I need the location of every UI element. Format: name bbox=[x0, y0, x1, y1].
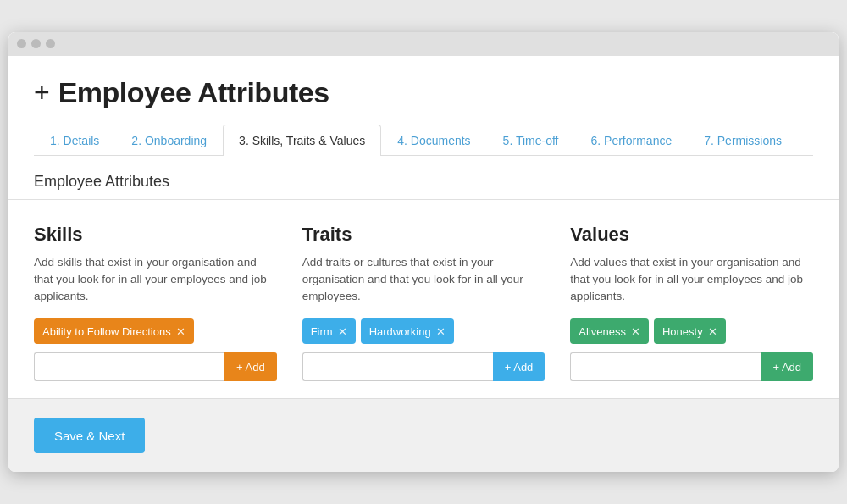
plus-icon: + bbox=[34, 79, 50, 106]
tag-close-icon[interactable]: ✕ bbox=[708, 326, 717, 337]
app-window: + Employee Attributes 1. Details 2. Onbo… bbox=[8, 32, 839, 473]
tab-bar: 1. Details 2. Onboarding 3. Skills, Trai… bbox=[34, 125, 813, 156]
traits-add-button[interactable]: + Add bbox=[493, 352, 545, 381]
skills-title: Skills bbox=[34, 224, 277, 246]
tag-aliveness: Aliveness ✕ bbox=[570, 318, 649, 344]
tag-label: Ability to Follow Directions bbox=[42, 325, 171, 338]
skills-add-button[interactable]: + Add bbox=[224, 352, 277, 381]
traits-add-row: + Add bbox=[302, 352, 545, 381]
page-title: Employee Attributes bbox=[58, 76, 329, 109]
tab-skills-traits-values[interactable]: 3. Skills, Traits & Values bbox=[223, 125, 381, 156]
skills-input[interactable] bbox=[34, 352, 224, 381]
tab-details[interactable]: 1. Details bbox=[34, 125, 115, 156]
tab-permissions[interactable]: 7. Permissions bbox=[688, 125, 798, 156]
tab-documents[interactable]: 4. Documents bbox=[381, 125, 486, 156]
titlebar-dot-close bbox=[17, 39, 26, 48]
traits-description: Add traits or cultures that exist in you… bbox=[302, 254, 545, 306]
tag-label: Aliveness bbox=[579, 325, 626, 338]
tag-firm: Firm ✕ bbox=[302, 318, 356, 344]
tab-performance[interactable]: 6. Performance bbox=[575, 125, 689, 156]
skills-column: Skills Add skills that exist in your org… bbox=[34, 224, 302, 382]
titlebar bbox=[8, 32, 839, 56]
traits-tags: Firm ✕ Hardworking ✕ bbox=[302, 318, 545, 344]
traits-column: Traits Add traits or cultures that exist… bbox=[302, 224, 571, 382]
tag-hardworking: Hardworking ✕ bbox=[361, 318, 454, 344]
columns-area: Skills Add skills that exist in your org… bbox=[8, 200, 839, 399]
tab-time-off[interactable]: 5. Time-off bbox=[487, 125, 575, 156]
skills-add-row: + Add bbox=[34, 352, 277, 381]
tag-ability-to-follow-directions: Ability to Follow Directions ✕ bbox=[34, 318, 194, 344]
tab-onboarding[interactable]: 2. Onboarding bbox=[115, 125, 223, 156]
values-input[interactable] bbox=[570, 352, 761, 381]
values-description: Add values that exist in your organisati… bbox=[570, 254, 813, 306]
values-add-button[interactable]: + Add bbox=[761, 352, 813, 381]
titlebar-dot-expand bbox=[46, 39, 55, 48]
tag-label: Hardworking bbox=[369, 325, 431, 338]
values-add-row: + Add bbox=[570, 352, 813, 381]
values-tags: Aliveness ✕ Honesty ✕ bbox=[570, 318, 813, 344]
page-header: + Employee Attributes bbox=[34, 76, 813, 109]
page-content: + Employee Attributes 1. Details 2. Onbo… bbox=[8, 56, 839, 156]
footer-bar: Save & Next bbox=[8, 398, 839, 472]
tag-label: Firm bbox=[311, 325, 333, 338]
save-next-button[interactable]: Save & Next bbox=[34, 418, 145, 453]
tag-close-icon[interactable]: ✕ bbox=[631, 326, 640, 337]
skills-description: Add skills that exist in your organisati… bbox=[34, 254, 277, 306]
section-header: Employee Attributes bbox=[8, 156, 839, 200]
traits-input[interactable] bbox=[302, 352, 493, 381]
tag-honesty: Honesty ✕ bbox=[654, 318, 726, 344]
values-title: Values bbox=[570, 224, 813, 246]
titlebar-dot-minimize bbox=[31, 39, 41, 48]
section-title: Employee Attributes bbox=[34, 173, 813, 191]
skills-tags: Ability to Follow Directions ✕ bbox=[34, 318, 277, 344]
values-column: Values Add values that exist in your org… bbox=[570, 224, 813, 382]
tag-close-icon[interactable]: ✕ bbox=[176, 326, 185, 337]
tag-close-icon[interactable]: ✕ bbox=[338, 326, 347, 337]
tag-close-icon[interactable]: ✕ bbox=[436, 326, 446, 337]
traits-title: Traits bbox=[302, 224, 545, 246]
tag-label: Honesty bbox=[662, 325, 703, 338]
